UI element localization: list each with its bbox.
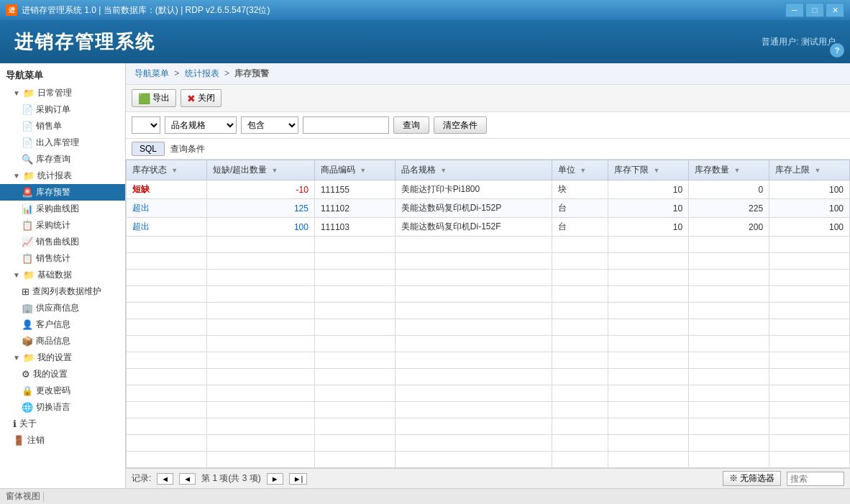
cell-min-stock: 10 <box>608 199 689 218</box>
empty-cell <box>395 336 552 352</box>
sidebar-item-purchase-order[interactable]: 📄 采购订单 <box>0 101 125 118</box>
sort-icon: ▼ <box>814 167 821 174</box>
user-info: 普通用户: 测试用户 <box>762 36 836 48</box>
col-code[interactable]: 商品编码 ▼ <box>314 160 395 180</box>
expand-icon: ▼ <box>13 354 20 362</box>
clear-button[interactable]: 清空条件 <box>434 116 487 134</box>
empty-cell <box>552 336 608 352</box>
sidebar-item-logout[interactable]: 🚪 注销 <box>0 432 125 449</box>
empty-cell <box>608 303 689 319</box>
cell-unit: 块 <box>552 180 608 199</box>
sidebar-item-sales-order[interactable]: 📄 销售单 <box>0 118 125 134</box>
first-page-button[interactable]: ◄ <box>157 473 173 485</box>
query-button[interactable]: 查询 <box>393 116 429 134</box>
sidebar-item-change-pwd[interactable]: 🔒 更改密码 <box>0 382 125 399</box>
filter-field-select[interactable]: 品名规格 商品编码 库存状态 <box>165 116 237 134</box>
empty-cell <box>314 336 395 352</box>
maximize-button[interactable]: □ <box>805 3 824 17</box>
sidebar-item-sales-chart[interactable]: 📈 销售曲线图 <box>0 234 125 250</box>
empty-cell <box>608 452 689 468</box>
empty-cell <box>127 352 207 369</box>
sidebar-item-stats[interactable]: ▼ 📁 统计报表 <box>0 168 125 184</box>
filter-condition-select[interactable]: 包含 等于 开始于 结束于 <box>241 116 298 134</box>
empty-cell <box>552 385 608 402</box>
col-current[interactable]: 库存数量 ▼ <box>689 160 769 180</box>
empty-cell <box>395 452 552 468</box>
sql-tab[interactable]: SQL <box>132 142 165 156</box>
export-label: 导出 <box>152 92 170 104</box>
sidebar-item-supplier[interactable]: 🏢 供应商信息 <box>0 300 125 316</box>
sidebar-item-warehouse-mgmt[interactable]: 📄 出入库管理 <box>0 134 125 151</box>
filter-value-input[interactable] <box>303 116 389 134</box>
col-name[interactable]: 品名规格 ▼ <box>395 160 552 180</box>
export-button[interactable]: 🟩 导出 <box>132 89 176 107</box>
empty-cell <box>127 369 207 385</box>
chart-icon: 📊 <box>22 203 33 214</box>
table-row[interactable]: 超出 100 111103 美能达数码复印机Di-152F 台 10 200 1… <box>127 218 850 237</box>
empty-cell <box>552 402 608 418</box>
cell-name: 美能达数码复印机Di-152P <box>395 199 552 218</box>
sales-order-label: 销售单 <box>36 120 62 132</box>
doc-icon: 📄 <box>22 137 33 148</box>
empty-cell <box>206 303 314 319</box>
sidebar-item-purchase-chart[interactable]: 📊 采购曲线图 <box>0 201 125 217</box>
empty-cell <box>689 319 769 336</box>
close-button[interactable]: ✖ 关闭 <box>180 89 221 107</box>
table-row[interactable]: 超出 125 111102 美能达数码复印机Di-152P 台 10 225 1… <box>127 199 850 218</box>
empty-cell <box>608 402 689 418</box>
empty-cell <box>769 435 850 452</box>
empty-cell <box>608 336 689 352</box>
no-filter-button[interactable]: ※ 无筛选器 <box>723 471 781 486</box>
filter-empty-select[interactable] <box>132 116 160 134</box>
col-status[interactable]: 库存状态 ▼ <box>127 160 207 180</box>
sidebar-item-customer[interactable]: 👤 客户信息 <box>0 316 125 333</box>
empty-cell <box>689 336 769 352</box>
help-icon[interactable]: ? <box>830 43 844 58</box>
sidebar-item-stock-query[interactable]: 🔍 库存查询 <box>0 151 125 168</box>
col-shortage[interactable]: 短缺/超出数量 ▼ <box>206 160 314 180</box>
filter-bar: 品名规格 商品编码 库存状态 包含 等于 开始于 结束于 查询 清空条件 <box>126 112 850 139</box>
sidebar-item-settings[interactable]: ⚙ 我的设置 <box>0 366 125 382</box>
sidebar-item-list-data[interactable]: ⊞ 查阅列表数据维护 <box>0 283 125 300</box>
minimize-button[interactable]: ─ <box>785 3 804 17</box>
cell-min-stock: 10 <box>608 180 689 199</box>
sidebar-item-basic-data[interactable]: ▼ 📁 基础数据 <box>0 267 125 283</box>
col-unit[interactable]: 单位 ▼ <box>552 160 608 180</box>
sort-icon: ▼ <box>654 167 660 174</box>
sidebar-item-switch-lang[interactable]: 🌐 切换语言 <box>0 399 125 416</box>
breadcrumb-nav2[interactable]: 统计报表 <box>185 68 219 78</box>
empty-row <box>127 319 850 336</box>
next-page-button[interactable]: ► <box>267 473 283 485</box>
empty-cell <box>395 237 552 253</box>
sidebar-item-purchase-stats[interactable]: 📋 采购统计 <box>0 217 125 234</box>
empty-cell <box>689 270 769 286</box>
prev-page-button[interactable]: ◄ <box>179 473 196 485</box>
breadcrumb-nav1[interactable]: 导航菜单 <box>134 68 169 78</box>
expand-icon: ▼ <box>13 89 20 97</box>
sidebar-item-about[interactable]: ℹ 关于 <box>0 416 125 432</box>
empty-cell <box>206 369 314 385</box>
col-max-stock[interactable]: 库存上限 ▼ <box>769 160 850 180</box>
sidebar-item-daily-mgmt[interactable]: ▼ 📁 日常管理 <box>0 85 125 101</box>
table-row[interactable]: 短缺 -10 111155 美能达打印卡Pi1800 块 10 0 100 <box>127 180 850 199</box>
empty-cell <box>127 452 207 468</box>
empty-cell <box>552 418 608 435</box>
cell-code: 111103 <box>314 218 395 237</box>
user-icon: 👤 <box>22 319 33 330</box>
close-button[interactable]: ✕ <box>826 3 844 17</box>
last-page-button[interactable]: ►| <box>289 473 308 485</box>
sidebar-item-sales-stats[interactable]: 📋 销售统计 <box>0 250 125 267</box>
search-input[interactable] <box>787 472 844 486</box>
sidebar-header: 导航菜单 <box>0 66 125 85</box>
sidebar-item-stock-warning[interactable]: 🚨 库存预警 <box>0 184 125 201</box>
col-min-stock[interactable]: 库存下限 ▼ <box>608 160 689 180</box>
sidebar-item-product[interactable]: 📦 商品信息 <box>0 333 125 349</box>
sidebar-item-my-settings[interactable]: ▼ 📁 我的设置 <box>0 349 125 366</box>
app-icon: 进 <box>6 4 17 16</box>
empty-row <box>127 418 850 435</box>
cell-max-stock: 100 <box>769 218 850 237</box>
table-container: 库存状态 ▼ 短缺/超出数量 ▼ 商品编码 ▼ 品名规格 ▼ 单位 ▼ 库存下限… <box>126 160 850 468</box>
cell-shortage: -10 <box>206 180 314 199</box>
empty-cell <box>314 418 395 435</box>
sort-icon: ▼ <box>440 167 447 174</box>
